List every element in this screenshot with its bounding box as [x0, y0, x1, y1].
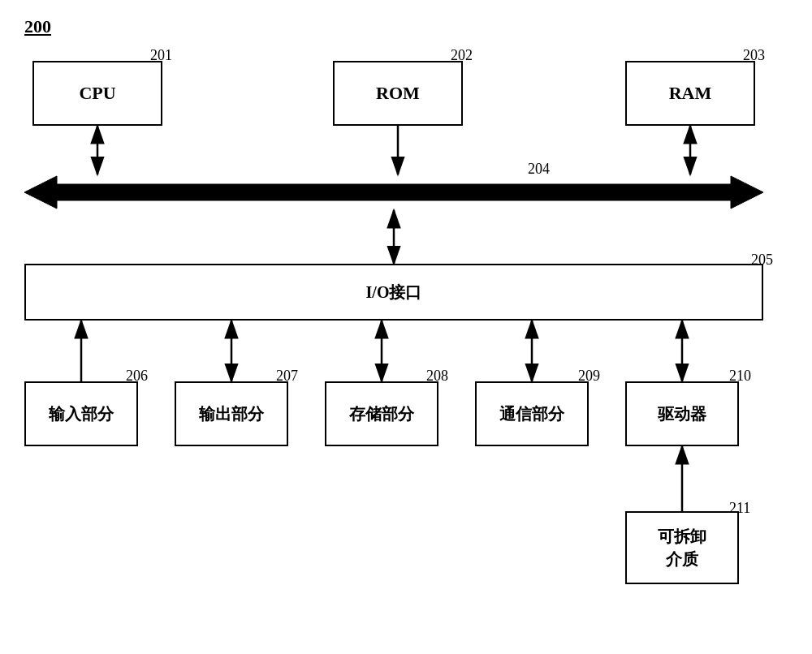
ref-204: 204: [528, 161, 550, 178]
output-box: 输出部分: [175, 381, 288, 446]
svg-marker-6: [24, 176, 763, 209]
main-label: 200: [24, 16, 51, 37]
ref-205: 205: [751, 252, 773, 269]
ram-box: RAM: [625, 61, 755, 126]
ref-201: 201: [150, 47, 172, 64]
driver-box: 驱动器: [625, 381, 739, 446]
removable-box: 可拆卸介质: [625, 511, 739, 584]
ref-211: 211: [729, 500, 750, 517]
ref-209: 209: [578, 368, 600, 385]
input-box: 输入部分: [24, 381, 138, 446]
ref-203: 203: [743, 47, 765, 64]
ref-208: 208: [426, 368, 448, 385]
ref-202: 202: [451, 47, 473, 64]
ref-207: 207: [276, 368, 298, 385]
ref-210: 210: [729, 368, 751, 385]
storage-box: 存储部分: [325, 381, 438, 446]
comm-box: 通信部分: [475, 381, 589, 446]
io-box: I/O接口: [24, 264, 763, 321]
diagram-container: 200 CPU 201 ROM 202 RAM 203 204 I/O接口 20…: [24, 16, 788, 633]
ref-206: 206: [126, 368, 148, 385]
cpu-box: CPU: [32, 61, 162, 126]
rom-box: ROM: [333, 61, 463, 126]
